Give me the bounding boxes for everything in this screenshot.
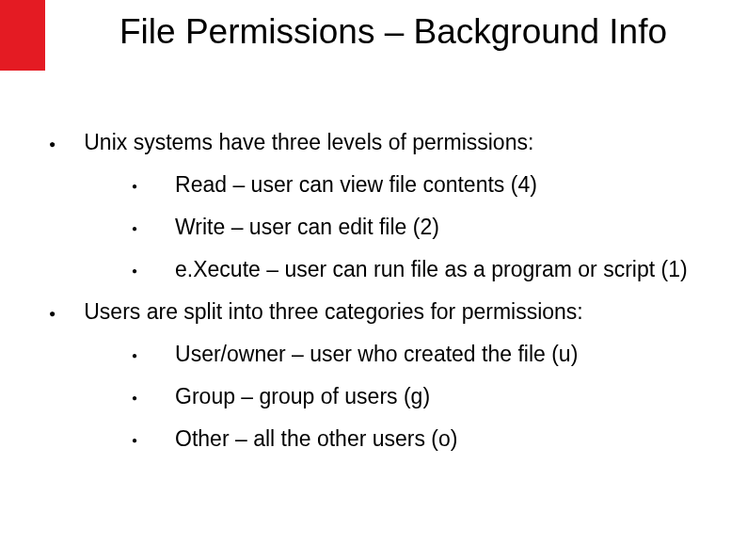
list-item-text: Group – group of users (g) [175, 384, 430, 409]
bullet-icon: ● [132, 223, 137, 233]
sub-list: ● Read – user can view file contents (4)… [132, 172, 707, 282]
bullet-icon: ● [132, 265, 137, 276]
section-heading: Unix systems have three levels of permis… [84, 130, 533, 155]
list-item: ● e.Xecute – user can run file as a prog… [132, 257, 707, 282]
list-item: ● Other – all the other users (o) [132, 426, 707, 452]
list-item-text: Other – all the other users (o) [175, 426, 457, 452]
section-heading: Users are split into three categories fo… [84, 299, 583, 325]
list-item-text: e.Xecute – user can run file as a progra… [175, 257, 688, 282]
list-section: ● Users are split into three categories … [49, 299, 707, 325]
slide-title: File Permissions – Background Info [45, 9, 741, 55]
list-item: ● Group – group of users (g) [132, 384, 707, 409]
list-item-text: User/owner – user who created the file (… [175, 342, 578, 367]
accent-block [0, 0, 45, 71]
list-item-text: Write – user can edit file (2) [175, 215, 439, 240]
list-item-text: Read – user can view file contents (4) [175, 172, 537, 198]
bullet-icon: ● [132, 392, 137, 403]
slide-content: ● Unix systems have three levels of perm… [49, 130, 707, 469]
bullet-icon: ● [49, 137, 56, 151]
bullet-icon: ● [132, 435, 137, 445]
list-item: ● Read – user can view file contents (4) [132, 172, 707, 198]
bullet-icon: ● [132, 181, 137, 191]
bullet-icon: ● [49, 307, 56, 320]
list-item: ● User/owner – user who created the file… [132, 342, 707, 367]
bullet-icon: ● [132, 350, 137, 360]
list-section: ● Unix systems have three levels of perm… [49, 130, 707, 155]
sub-list: ● User/owner – user who created the file… [132, 342, 707, 452]
list-item: ● Write – user can edit file (2) [132, 215, 707, 240]
